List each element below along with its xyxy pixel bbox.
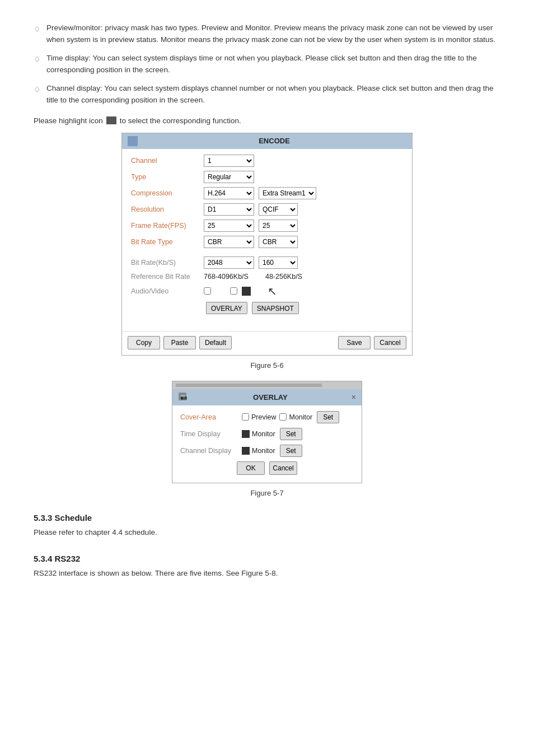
paste-button[interactable]: Paste	[163, 336, 196, 349]
section-334-heading: 5.3.4 RS232	[34, 554, 500, 563]
audio-video-checkbox-1[interactable]	[204, 287, 211, 295]
type-label: Type	[131, 173, 204, 181]
overlay-dialog: 📷 OVERLAY × Cover-Area Preview Monitor S…	[172, 381, 362, 483]
overlay-cancel-button[interactable]: Cancel	[269, 461, 297, 475]
figure-5-6-caption: Figure 5-6	[34, 361, 500, 370]
save-button[interactable]: Save	[338, 336, 371, 349]
channel-display-monitor-label: Monitor	[252, 447, 275, 455]
bit-rate-type-extra-select[interactable]: CBR	[259, 236, 298, 248]
highlight-line: Please highlight icon to select the corr…	[34, 116, 500, 125]
diamond-icon-3: ♢	[34, 84, 41, 96]
time-display-row: Time Display Monitor Set	[180, 428, 354, 440]
encode-body: Channel 1 Type Regular Compression H.264…	[122, 149, 412, 328]
diamond-icon-2: ♢	[34, 54, 41, 66]
svg-text:📷: 📷	[180, 393, 187, 400]
encode-title-bar: ENCODE	[122, 133, 412, 149]
overlay-title-icon: 📷	[178, 392, 189, 403]
bullet-time-text: Time display: You can select system disp…	[46, 53, 500, 76]
audio-video-row: Audio/Video ↖	[131, 284, 403, 298]
bit-rate-select[interactable]: 2048	[204, 256, 254, 269]
bullet-item-preview: ♢ Preview/monitor: privacy mask has two …	[34, 22, 500, 46]
encode-title: ENCODE	[142, 137, 406, 145]
bit-rate-type-row: Bit Rate Type CBR CBR	[131, 236, 403, 248]
channel-display-row: Channel Display Monitor Set	[180, 445, 354, 457]
channel-row: Channel 1	[131, 155, 403, 167]
overlay-button[interactable]: OVERLAY	[206, 302, 247, 314]
extra-stream-select[interactable]: Extra Stream1	[259, 187, 316, 199]
overlay-snapshot-row: OVERLAY SNAPSHOT	[131, 302, 403, 314]
section-333-heading: 5.3.3 Schedule	[34, 513, 500, 522]
overlay-top-bar	[172, 381, 362, 389]
figure-5-7-caption: Figure 5-7	[34, 489, 500, 497]
channel-display-monitor-icon	[242, 447, 250, 455]
overlay-top-decor	[176, 384, 322, 387]
reference-label: Reference Bit Rate	[131, 273, 204, 281]
highlight-icon	[106, 116, 116, 124]
type-row: Type Regular	[131, 171, 403, 183]
audio-video-checkbox-area-2	[230, 287, 251, 296]
overlay-body: Cover-Area Preview Monitor Set Time Disp…	[172, 405, 362, 483]
bit-rate-extra-select[interactable]: 160	[259, 256, 298, 269]
bit-rate-type-select[interactable]: CBR	[204, 236, 254, 248]
overlay-ok-row: OK Cancel	[180, 461, 354, 477]
cover-area-label: Cover-Area	[180, 413, 242, 421]
highlight-suffix: to select the corresponding function.	[120, 116, 241, 125]
resolution-extra-select[interactable]: QCIF	[259, 203, 298, 216]
encode-button-row: Copy Paste Default Save Cancel	[122, 331, 412, 355]
bullet-channel-text: Channel display: You can select system d…	[46, 83, 500, 106]
channel-display-label: Channel Display	[180, 447, 242, 455]
encode-dialog: ENCODE Channel 1 Type Regular Compressio…	[121, 133, 413, 356]
audio-video-label: Audio/Video	[131, 287, 204, 295]
overlay-title-bar: 📷 OVERLAY ×	[172, 389, 362, 405]
channel-select[interactable]: 1	[204, 155, 254, 167]
encode-icon	[128, 136, 138, 146]
preview-label: Preview	[251, 413, 276, 421]
frame-rate-label: Frame Rate(FPS)	[131, 222, 204, 230]
channel-display-set-button[interactable]: Set	[280, 445, 302, 457]
cover-area-set-button[interactable]: Set	[317, 411, 339, 423]
compression-row: Compression H.264 Extra Stream1	[131, 187, 403, 199]
bullet-preview-text: Preview/monitor: privacy mask has two ty…	[46, 22, 500, 46]
copy-button[interactable]: Copy	[128, 336, 160, 349]
audio-video-checkbox-area	[204, 287, 213, 295]
black-square-icon	[242, 287, 251, 296]
overlay-ok-button[interactable]: OK	[237, 461, 265, 475]
overlay-title: OVERLAY	[189, 393, 352, 402]
time-display-monitor-icon	[242, 430, 250, 438]
reference-extra: 48-256Kb/S	[265, 273, 302, 281]
type-select[interactable]: Regular	[204, 171, 254, 183]
cursor-icon: ↖	[268, 284, 277, 298]
bullet-section: ♢ Preview/monitor: privacy mask has two …	[34, 22, 500, 106]
resolution-label: Resolution	[131, 206, 204, 213]
time-display-monitor-label: Monitor	[252, 430, 275, 438]
resolution-select[interactable]: D1	[204, 203, 254, 216]
cover-area-row: Cover-Area Preview Monitor Set	[180, 411, 354, 423]
monitor-label: Monitor	[289, 413, 312, 421]
bullet-item-time: ♢ Time display: You can select system di…	[34, 53, 500, 76]
bullet-item-channel: ♢ Channel display: You can select system…	[34, 83, 500, 106]
diamond-icon: ♢	[34, 24, 41, 36]
cancel-button[interactable]: Cancel	[374, 336, 406, 349]
frame-rate-extra-select[interactable]: 25	[259, 220, 298, 232]
frame-rate-select[interactable]: 25	[204, 220, 254, 232]
bit-rate-row: Bit Rate(Kb/S) 2048 160	[131, 256, 403, 269]
section-334-body: RS232 interface is shown as below. There…	[34, 568, 500, 580]
compression-select[interactable]: H.264	[204, 187, 254, 199]
monitor-checkbox[interactable]	[279, 413, 287, 421]
default-button[interactable]: Default	[199, 336, 232, 349]
section-333-body: Please refer to chapter 4.4 schedule.	[34, 527, 500, 539]
compression-label: Compression	[131, 189, 204, 197]
resolution-row: Resolution D1 QCIF	[131, 203, 403, 216]
close-button[interactable]: ×	[352, 393, 356, 402]
bit-rate-label: Bit Rate(Kb/S)	[131, 259, 204, 267]
bit-rate-type-label: Bit Rate Type	[131, 238, 204, 246]
highlight-prefix: Please highlight icon	[34, 116, 103, 125]
audio-video-checkbox-2[interactable]	[230, 287, 237, 295]
frame-rate-row: Frame Rate(FPS) 25 25	[131, 220, 403, 232]
reference-row: Reference Bit Rate 768-4096Kb/S 48-256Kb…	[131, 273, 403, 281]
time-display-label: Time Display	[180, 430, 242, 438]
time-display-set-button[interactable]: Set	[280, 428, 302, 440]
reference-value: 768-4096Kb/S	[204, 273, 249, 281]
preview-checkbox[interactable]	[242, 413, 249, 421]
snapshot-button[interactable]: SNAPSHOT	[252, 302, 299, 314]
